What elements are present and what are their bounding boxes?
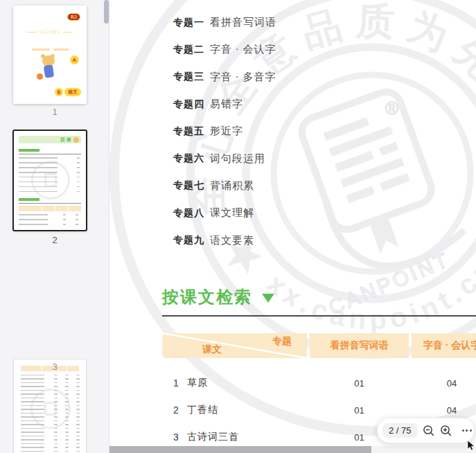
table-corner-header: 专题 课文 xyxy=(162,333,307,358)
topic-index-list: 专题一看拼音写词语 专题二字音 · 会认字 专题三字音 · 多音字 专题四易错字… xyxy=(173,9,276,254)
column-header-pinyin: 看拼音写词语 xyxy=(310,333,409,358)
topic-number: 专题三 xyxy=(173,71,210,83)
page-number-2: 2 xyxy=(0,235,109,245)
sidebar-scrollbar-thumb[interactable] xyxy=(104,0,109,24)
page-ref-1: 01 xyxy=(310,378,409,388)
mini-table-header xyxy=(19,206,81,211)
edition-badge: A xyxy=(70,55,79,64)
topic-number: 专题六 xyxy=(173,152,210,165)
thumbnail-page-1[interactable]: RJ 全品小复习 全品知识梳理 A 6 语文 xyxy=(13,6,87,104)
more-options-button[interactable] xyxy=(462,429,472,432)
lesson-number: 1 xyxy=(173,378,179,389)
topic-item: 专题五形近字 xyxy=(173,118,276,145)
page-ref-1: 01 xyxy=(310,405,409,415)
section-heading: 按课文检索 xyxy=(162,286,274,308)
zoom-out-button[interactable] xyxy=(423,425,435,437)
mini-table-col xyxy=(76,375,80,452)
mascot-bear xyxy=(35,55,63,86)
topic-number: 专题九 xyxy=(173,234,210,247)
thumbnail-page-2[interactable]: 目 录 xyxy=(13,130,87,231)
mini-page-col xyxy=(77,157,80,195)
lesson-number: 2 xyxy=(173,405,179,416)
mini-rule xyxy=(19,154,81,154)
brand-book-icon xyxy=(23,13,32,22)
pdf-viewer: RJ 全品小复习 全品知识梳理 A 6 语文 1 xyxy=(0,0,476,453)
lesson-title: 古诗词三首 xyxy=(187,431,239,443)
topic-title: 字音 · 多音字 xyxy=(210,71,276,84)
topic-title: 形近字 xyxy=(210,125,243,138)
lesson-number: 3 xyxy=(173,432,179,443)
topic-title: 语文要素 xyxy=(210,234,254,247)
mini-section-title-2 xyxy=(19,198,39,201)
corner-header-topic: 专题 xyxy=(272,335,292,348)
zoom-in-icon xyxy=(440,425,452,437)
cover-subtitle xyxy=(13,48,87,51)
toc-title: 目 录 xyxy=(60,137,71,142)
corner-header-lesson: 课文 xyxy=(202,344,222,356)
mini-table-rows xyxy=(21,375,44,452)
topic-number: 专题四 xyxy=(173,98,210,111)
topic-title: 课文理解 xyxy=(210,206,254,220)
page-ref-2: 04 xyxy=(412,405,476,415)
topic-title: 词句段运用 xyxy=(210,152,265,166)
topic-title: 背诵积累 xyxy=(210,179,254,193)
cover-rj-badge: RJ xyxy=(67,13,80,21)
horizontal-scrollbar[interactable] xyxy=(109,446,476,453)
page-number-1: 1 xyxy=(0,107,109,117)
mini-table-col xyxy=(63,214,66,228)
topic-item: 专题六词句段运用 xyxy=(173,145,276,172)
toc-mascot-icon xyxy=(73,137,79,143)
mini-section-title xyxy=(19,149,39,152)
mini-rule-2 xyxy=(19,203,81,204)
topic-number: 专题七 xyxy=(173,179,210,192)
zoom-in-button[interactable] xyxy=(440,425,452,437)
topic-item: 专题一看拼音写词语 xyxy=(173,9,276,36)
viewer-toolbar: 2 / 75 xyxy=(377,418,475,443)
cover-title: 全品知识梳理 xyxy=(13,35,87,47)
mini-text-rows xyxy=(19,157,58,195)
thumbnail-sidebar: RJ 全品小复习 全品知识梳理 A 6 语文 1 xyxy=(0,0,109,453)
topic-number: 专题五 xyxy=(173,125,210,138)
collapse-triangle-icon[interactable] xyxy=(262,294,274,303)
mini-table-col xyxy=(76,214,78,228)
book-cover: RJ 全品小复习 全品知识梳理 A 6 语文 xyxy=(13,6,87,104)
zoom-out-icon xyxy=(423,425,435,437)
thumbnail-page-3[interactable] xyxy=(13,359,87,453)
class-line xyxy=(19,96,38,96)
column-header-zira: 字音 · 会认字 xyxy=(412,333,476,358)
cover-series: 全品小复习 xyxy=(13,29,87,35)
topic-item: 专题四易错字 xyxy=(173,91,276,118)
section-rule xyxy=(162,315,476,317)
topic-item: 专题三字音 · 多音字 xyxy=(173,64,276,91)
topic-item: 专题九语文要素 xyxy=(173,226,276,254)
grade-badge: 6 xyxy=(55,88,63,96)
mini-table-col xyxy=(65,375,69,452)
mini-table-col xyxy=(54,375,58,452)
topic-number: 专题二 xyxy=(173,44,210,56)
table-row: 1 草原 01 04 xyxy=(109,369,476,396)
lesson-title: 草原 xyxy=(187,377,208,389)
page-number-3: 3 xyxy=(0,362,109,372)
topic-item: 专题七背诵积累 xyxy=(173,172,276,199)
page-indicator[interactable]: 2 / 75 xyxy=(382,423,418,438)
mini-table-rows xyxy=(19,214,48,228)
document-page: 全心全意品质为先 xx.canpoint.cn xyxy=(109,0,476,453)
toc-header-bar: 目 录 xyxy=(19,136,81,143)
horizontal-scrollbar-thumb[interactable] xyxy=(109,446,371,453)
mouse-cursor xyxy=(468,441,476,451)
subject-badge: 语文 xyxy=(64,88,81,96)
topic-title: 易错字 xyxy=(210,98,243,111)
name-line xyxy=(19,91,38,91)
watermark-reg-icon: ® xyxy=(385,98,398,118)
topic-item: 专题八课文理解 xyxy=(173,199,276,226)
section-heading-text: 按课文检索 xyxy=(162,286,252,308)
topic-number: 专题一 xyxy=(173,17,210,29)
topic-title: 字音 · 会认字 xyxy=(210,43,276,56)
topic-title: 看拼音写词语 xyxy=(210,16,276,29)
topic-number: 专题八 xyxy=(173,207,210,220)
publisher-line xyxy=(28,100,72,101)
topic-item: 专题二字音 · 会认字 xyxy=(173,36,276,63)
page-ref-2: 04 xyxy=(412,378,476,388)
lesson-title: 丁香结 xyxy=(187,404,218,416)
